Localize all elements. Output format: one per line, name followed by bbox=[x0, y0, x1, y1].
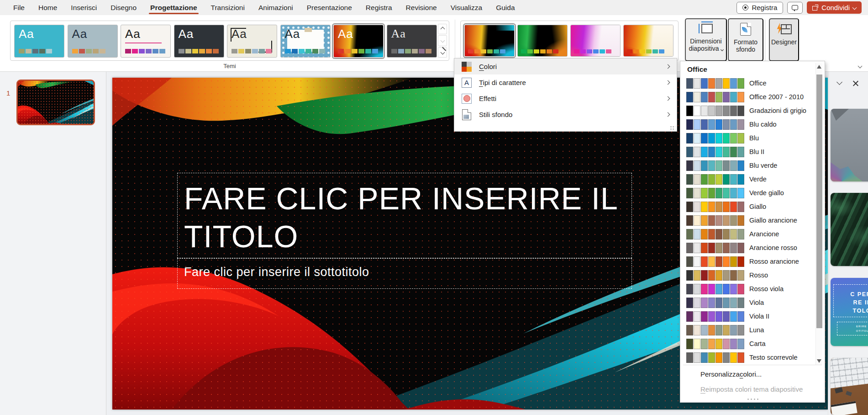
color-scheme-testo-scorrevole[interactable]: Testo scorrevole bbox=[680, 351, 815, 364]
close-icon[interactable] bbox=[852, 80, 859, 86]
colors-submenu-scrollbar[interactable] bbox=[815, 63, 822, 365]
menu-item-personalizza-colori[interactable]: Personalizza colori... bbox=[680, 367, 825, 382]
menu-item-tipi-di-carattere[interactable]: ATipi di carattere bbox=[454, 74, 677, 90]
scrollbar-thumb[interactable] bbox=[816, 74, 822, 328]
color-scheme-label: Blu II bbox=[749, 148, 764, 155]
themes-gallery-more-button[interactable] bbox=[438, 47, 447, 58]
theme-thumbnail-6[interactable]: Aa bbox=[280, 25, 331, 58]
color-scheme-carta[interactable]: Carta bbox=[680, 337, 815, 351]
menu-resize-grip[interactable] bbox=[670, 126, 675, 130]
variant-thumbnail-1[interactable] bbox=[464, 25, 515, 57]
color-scheme-blu-ii[interactable]: Blu II bbox=[680, 145, 815, 159]
theme-thumbnail-7[interactable]: Aa bbox=[333, 25, 384, 58]
color-scheme-office-2007-2010[interactable]: Office 2007 - 2010 bbox=[680, 90, 815, 104]
color-scheme-verde-giallo[interactable]: Verde giallo bbox=[680, 186, 815, 200]
color-scheme-viola-ii[interactable]: Viola II bbox=[680, 309, 815, 323]
theme-thumbnail-5[interactable]: Aa bbox=[227, 25, 277, 58]
tab-presentazione[interactable]: Presentazione bbox=[300, 0, 359, 15]
color-scheme-gradazioni-di-grigio[interactable]: Gradazioni di grigio bbox=[680, 104, 815, 117]
variant-thumbnail-2[interactable] bbox=[517, 25, 568, 57]
variant-thumbnail-4[interactable] bbox=[623, 25, 673, 57]
color-palette-preview bbox=[686, 202, 744, 212]
color-scheme-label: Verde giallo bbox=[749, 189, 784, 197]
effects-icon bbox=[461, 93, 473, 105]
theme-preview-text: Aa bbox=[391, 27, 406, 41]
share-icon bbox=[812, 5, 818, 11]
color-scheme-blu-verde[interactable]: Blu verde bbox=[680, 159, 815, 172]
color-scheme-arancione[interactable]: Arancione bbox=[680, 227, 815, 241]
theme-preview-text: Aa bbox=[72, 27, 88, 41]
designer-button[interactable]: Designer bbox=[769, 18, 799, 61]
color-scheme-blu[interactable]: Blu bbox=[680, 131, 815, 145]
color-scheme-rosso-viola[interactable]: Rosso viola bbox=[680, 282, 815, 296]
tab-revisione[interactable]: Revisione bbox=[399, 0, 444, 15]
theme-thumbnail-2[interactable]: Aa bbox=[68, 25, 118, 58]
color-scheme-verde[interactable]: Verde bbox=[680, 172, 815, 186]
tab-guida[interactable]: Guida bbox=[489, 0, 521, 15]
color-scheme-arancione-rosso[interactable]: Arancione rosso bbox=[680, 241, 815, 255]
color-scheme-label: Verde bbox=[749, 176, 767, 183]
comments-button[interactable] bbox=[787, 2, 803, 14]
color-scheme-blu-caldo[interactable]: Blu caldo bbox=[680, 117, 815, 131]
subtitle-placeholder[interactable]: Fare clic per inserire il sottotitolo bbox=[177, 258, 632, 289]
color-palette-preview bbox=[686, 147, 744, 157]
color-palette-preview bbox=[686, 119, 744, 130]
design-suggestion-card-2[interactable] bbox=[831, 193, 868, 266]
menu-item-reimposta-colori-tema-diapositive: Reimposta colori tema diapositive bbox=[680, 382, 825, 397]
variant-swatch-row bbox=[627, 49, 664, 53]
title-placeholder[interactable]: FARE CLIC PER INSERIRE IL TITOLO bbox=[177, 173, 632, 258]
theme-thumbnail-4[interactable]: Aa bbox=[174, 25, 224, 58]
menu-item-effetti[interactable]: Effetti bbox=[454, 90, 677, 106]
record-button[interactable]: Registra bbox=[736, 2, 783, 14]
theme-thumbnail-1[interactable]: Aa bbox=[14, 25, 64, 58]
theme-thumbnail-3[interactable]: Aa bbox=[121, 25, 171, 58]
color-scheme-viola[interactable]: Viola bbox=[680, 296, 815, 309]
chevron-down-icon[interactable] bbox=[836, 79, 842, 85]
share-button[interactable]: Condividi bbox=[807, 1, 862, 14]
menu-resize-grip[interactable] bbox=[747, 398, 758, 400]
menu-item-label: Colori bbox=[479, 63, 497, 70]
theme-preview-text: Aa bbox=[179, 27, 194, 41]
variant-thumbnail-3[interactable] bbox=[570, 25, 621, 57]
color-scheme-giallo[interactable]: Giallo bbox=[680, 200, 815, 213]
tab-visualizza[interactable]: Visualizza bbox=[444, 0, 489, 15]
menu-item-colori[interactable]: Colori bbox=[454, 59, 677, 74]
tab-progettazione[interactable]: Progettazione bbox=[143, 0, 204, 15]
color-scheme-giallo-arancione[interactable]: Giallo arancione bbox=[680, 213, 815, 227]
collapse-ribbon-chevron[interactable] bbox=[858, 64, 863, 69]
tab-transizioni[interactable]: Transizioni bbox=[204, 0, 252, 15]
color-palette-preview bbox=[686, 298, 744, 308]
tab-animazioni[interactable]: Animazioni bbox=[252, 0, 300, 15]
color-scheme-luna[interactable]: Luna bbox=[680, 323, 815, 337]
color-scheme-rosso[interactable]: Rosso bbox=[680, 268, 815, 282]
design-suggestion-card-4[interactable] bbox=[831, 358, 868, 415]
color-scheme-office[interactable]: Office bbox=[680, 76, 815, 90]
slide-1-thumbnail[interactable] bbox=[16, 80, 95, 125]
themes-scroll-up-button[interactable] bbox=[438, 24, 447, 34]
slide-size-button[interactable]: Dimensioni diapositiva bbox=[685, 18, 727, 61]
color-palette-preview bbox=[686, 229, 744, 239]
color-scheme-rosso-arancione[interactable]: Rosso arancione bbox=[680, 255, 815, 268]
design-suggestion-card-3[interactable]: C PERRE ILTOLOERIRE ILOTITOLO bbox=[831, 278, 868, 346]
theme-swatch-row bbox=[231, 49, 272, 53]
color-palette-preview bbox=[686, 215, 744, 226]
menu-item-label: Tipi di carattere bbox=[479, 79, 526, 86]
scroll-up-arrow-icon[interactable] bbox=[817, 65, 821, 69]
scroll-down-arrow-icon[interactable] bbox=[817, 359, 821, 363]
variant-swatch-row bbox=[574, 49, 611, 53]
theme-thumbnail-8[interactable]: Aa bbox=[387, 25, 437, 58]
themes-scroll-down-button[interactable] bbox=[438, 35, 447, 46]
color-palette-preview bbox=[686, 325, 744, 335]
tab-inserisci[interactable]: Inserisci bbox=[64, 0, 104, 15]
tab-file[interactable]: File bbox=[6, 0, 32, 15]
tab-home[interactable]: Home bbox=[32, 0, 64, 15]
tab-disegno[interactable]: Disegno bbox=[104, 0, 143, 15]
color-scheme-label: Giallo bbox=[749, 203, 766, 210]
tab-registra[interactable]: Registra bbox=[359, 0, 399, 15]
design-suggestion-card-1[interactable] bbox=[831, 109, 868, 181]
submenu-chevron-icon bbox=[666, 80, 670, 85]
menu-item-stili-sfondo[interactable]: Stili sfondo bbox=[454, 106, 677, 122]
format-background-button[interactable]: Formato sfondo bbox=[728, 18, 763, 61]
record-icon bbox=[742, 5, 748, 11]
variants-gallery bbox=[460, 21, 679, 61]
